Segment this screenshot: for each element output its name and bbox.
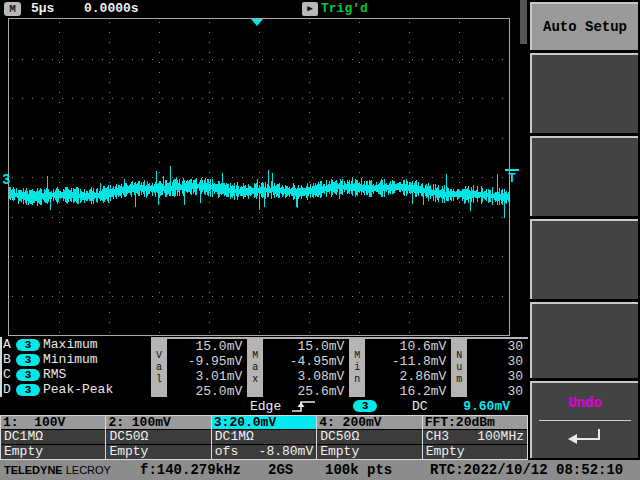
return-arrow-icon[interactable] — [532, 427, 638, 454]
button-separator — [539, 420, 631, 421]
channel-descriptor-area: 1: 100V DC1MΩ Empty 2: 100mV DC50Ω Empty… — [0, 415, 528, 460]
trigger-frequency-readout: f:140.279kHz — [140, 462, 241, 478]
measure-max: 25.6mV — [263, 384, 349, 399]
trigger-type-label: Edge — [250, 399, 281, 414]
menu-button-blank-2[interactable] — [530, 136, 638, 216]
side-divider — [520, 0, 527, 44]
undo-return-button[interactable]: Undo — [530, 381, 638, 458]
measure-name: Minimum — [43, 352, 98, 367]
channel-2-box[interactable]: 2: 100mV DC50Ω Empty — [106, 416, 211, 459]
measure-min: 10.6mV — [365, 339, 451, 354]
trigger-level-marker[interactable]: T — [505, 169, 519, 186]
brand-logo: TELEDYNELECROY — [4, 464, 111, 476]
channel-4-box[interactable]: 4: 200mV DC50Ω Empty — [317, 416, 422, 459]
measurement-labels-column: A 3 Maximum B 3 Minimum C 3 RMS D 3 Peak… — [0, 337, 151, 397]
menu-button-blank-1[interactable] — [530, 53, 638, 133]
column-header-min: Min — [349, 337, 365, 397]
measure-num: 30 — [467, 384, 528, 399]
fft-span: 100MHz — [477, 430, 524, 444]
measure-max: -4.95mV — [263, 354, 349, 369]
measurement-table: A 3 Maximum B 3 Minimum C 3 RMS D 3 Peak… — [0, 337, 528, 397]
trigger-source-badge: 3 — [353, 400, 377, 412]
measure-name: RMS — [43, 367, 66, 382]
channel-3-header[interactable]: 3:20.0mV — [212, 416, 316, 429]
fft-source: CH3 — [426, 430, 449, 444]
timebase-mode-badge[interactable]: M — [4, 2, 21, 16]
channel-badge: 3 — [16, 369, 40, 381]
channel-1-coupling: DC1MΩ — [4, 430, 43, 444]
measure-slot-letter: D — [2, 382, 13, 397]
channel-1-status: Empty — [4, 445, 43, 459]
measure-value: 25.0mV — [167, 384, 247, 399]
measure-min: 2.86mV — [365, 369, 451, 384]
column-header-val: Val — [151, 337, 167, 397]
side-menu: Auto Setup Undo — [528, 0, 640, 460]
measure-min: -11.8mV — [365, 354, 451, 369]
rtc-clock-readout: RTC:2022/10/12 08:52:10 — [430, 462, 623, 478]
channel-3-coupling: DC1MΩ — [215, 430, 254, 444]
measure-max: 15.0mV — [263, 339, 349, 354]
measurement-min-column: 10.6mV -11.8mV 2.86mV 16.2mV — [365, 337, 451, 397]
status-bar: TELEDYNELECROY f:140.279kHz 2GS 100k pts… — [0, 460, 640, 480]
measure-min: 16.2mV — [365, 384, 451, 399]
sample-rate-readout: 2GS — [268, 462, 293, 478]
rising-edge-icon — [291, 400, 317, 413]
channel-4-header[interactable]: 4: 200mV — [317, 416, 421, 429]
measurement-val-column: 15.0mV -9.95mV 3.01mV 25.0mV — [167, 337, 247, 397]
menu-button-blank-4[interactable] — [530, 302, 638, 378]
waveform-canvas — [9, 19, 509, 335]
menu-button-blank-3[interactable] — [530, 219, 638, 299]
measure-value: 15.0mV — [167, 339, 247, 354]
column-header-max: Max — [247, 337, 263, 397]
channel-1-header[interactable]: 1: 100V — [1, 416, 105, 429]
measure-row-b: B 3 Minimum — [2, 352, 151, 367]
trigger-level-value: 9.60mV — [448, 399, 510, 414]
channel-badge: 3 — [16, 339, 40, 351]
trigger-coupling-label: DC — [412, 399, 428, 414]
fft-box[interactable]: FFT:20dBm CH3100MHz Empty — [423, 416, 527, 459]
channel-1-box[interactable]: 1: 100V DC1MΩ Empty — [1, 416, 106, 459]
auto-setup-button[interactable]: Auto Setup — [530, 2, 638, 50]
measure-name: Peak-Peak — [43, 382, 113, 397]
column-header-num: Num — [451, 337, 467, 397]
acquisition-run-icon[interactable]: ▶ — [302, 2, 318, 16]
channel-4-coupling: DC50Ω — [320, 430, 359, 444]
measure-slot-letter: A — [2, 337, 13, 352]
channel-4-status: Empty — [320, 445, 359, 459]
measure-max: 3.08mV — [263, 369, 349, 384]
measure-num: 30 — [467, 354, 528, 369]
measurement-max-column: 15.0mV -4.95mV 3.08mV 25.6mV — [263, 337, 349, 397]
timebase-value[interactable]: 5μs — [31, 1, 54, 16]
oscilloscope-screen: M 5μs 0.0000s ▶ Trig'd 3 T A 3 Maximum B… — [0, 0, 640, 480]
waveform-display[interactable] — [8, 18, 510, 336]
horizontal-offset-value[interactable]: 0.0000s — [84, 1, 139, 16]
trigger-position-marker[interactable] — [251, 19, 263, 26]
fft-status: Empty — [426, 445, 465, 459]
channel-badge: 3 — [16, 354, 40, 366]
record-length-readout: 100k pts — [325, 462, 392, 478]
channel-3-offset-label: ofs — [215, 445, 238, 459]
trigger-summary-bar[interactable]: Edge 3 DC 9.60mV — [0, 399, 528, 414]
measure-row-a: A 3 Maximum — [2, 337, 151, 352]
channel-3-offset-value: -8.80mV — [259, 445, 314, 459]
trigger-status-text: Trig'd — [321, 1, 368, 16]
undo-label[interactable]: Undo — [532, 395, 638, 411]
measure-value: -9.95mV — [167, 354, 247, 369]
measure-value: 3.01mV — [167, 369, 247, 384]
channel-2-status: Empty — [109, 445, 148, 459]
channel-3-box[interactable]: 3:20.0mV DC1MΩ ofs-8.80mV — [212, 416, 317, 459]
fft-header[interactable]: FFT:20dBm — [423, 416, 527, 429]
measurement-num-column: 30 30 30 30 — [467, 337, 528, 397]
measure-row-d: D 3 Peak-Peak — [2, 382, 151, 397]
channel-2-header[interactable]: 2: 100mV — [106, 416, 210, 429]
measure-slot-letter: B — [2, 352, 13, 367]
measure-num: 30 — [467, 339, 528, 354]
channel-3-level-marker[interactable]: 3 — [2, 172, 10, 188]
channel-badge: 3 — [16, 384, 40, 396]
measure-name: Maximum — [43, 337, 98, 352]
measure-row-c: C 3 RMS — [2, 367, 151, 382]
measure-slot-letter: C — [2, 367, 13, 382]
channel-2-coupling: DC50Ω — [109, 430, 148, 444]
measure-num: 30 — [467, 369, 528, 384]
